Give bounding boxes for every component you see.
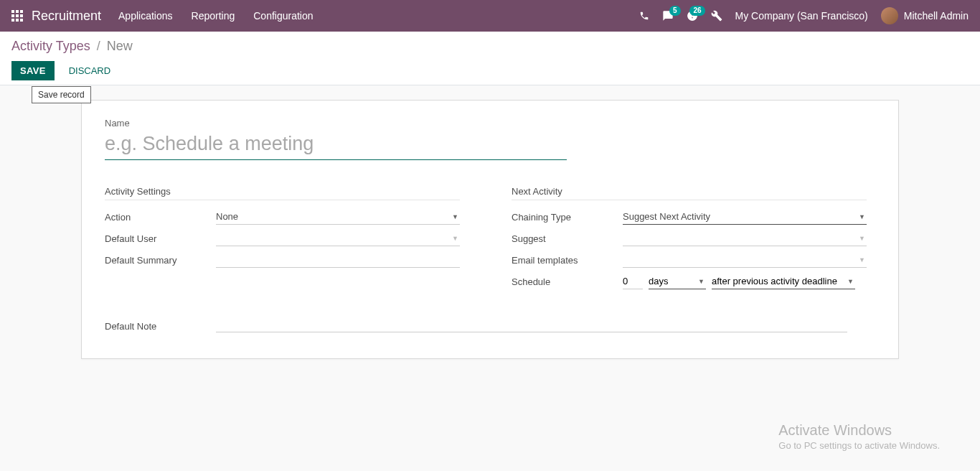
save-tooltip: Save record <box>32 86 91 103</box>
breadcrumb-current: New <box>107 39 133 53</box>
default-note-label: Default Note <box>105 318 216 332</box>
company-switcher[interactable]: My Company (San Francisco) <box>735 10 868 22</box>
email-templates-label: Email templates <box>512 255 623 266</box>
activities-icon[interactable]: 26 <box>687 10 698 22</box>
svg-rect-7 <box>16 19 19 22</box>
svg-rect-5 <box>20 14 23 17</box>
breadcrumb-root[interactable]: Activity Types <box>11 39 90 53</box>
activities-badge: 26 <box>689 6 705 16</box>
default-user-select[interactable] <box>216 230 460 246</box>
default-note-editor[interactable] <box>216 318 847 332</box>
svg-rect-1 <box>16 10 19 13</box>
avatar <box>881 7 898 24</box>
action-label: Action <box>105 212 216 223</box>
breadcrumb: Activity Types / New <box>11 39 969 54</box>
default-summary-label: Default Summary <box>105 255 216 266</box>
debug-icon[interactable] <box>711 10 722 22</box>
user-menu[interactable]: Mitchell Admin <box>881 7 969 24</box>
name-input[interactable] <box>105 131 567 160</box>
schedule-label: Schedule <box>512 276 623 287</box>
nav-applications[interactable]: Applications <box>118 10 173 22</box>
group-next-activity-title: Next Activity <box>512 186 867 200</box>
schedule-unit-select[interactable] <box>649 274 706 289</box>
apps-icon[interactable] <box>11 10 23 22</box>
messages-badge: 5 <box>669 6 681 16</box>
default-user-label: Default User <box>105 233 216 244</box>
schedule-number-input[interactable] <box>623 274 643 289</box>
suggest-label: Suggest <box>512 233 623 244</box>
breadcrumb-sep: / <box>97 39 100 53</box>
watermark-title: Activate Windows <box>778 422 940 439</box>
svg-rect-2 <box>20 10 23 13</box>
windows-watermark: Activate Windows Go to PC settings to ac… <box>778 422 940 451</box>
action-select[interactable] <box>216 209 460 225</box>
user-name: Mitchell Admin <box>904 10 969 22</box>
name-label: Name <box>105 118 875 129</box>
discard-button[interactable]: DISCARD <box>62 61 118 80</box>
app-name[interactable]: Recruitment <box>32 9 101 24</box>
svg-rect-4 <box>16 14 19 17</box>
phone-icon[interactable] <box>639 11 649 21</box>
email-templates-select[interactable] <box>623 252 867 268</box>
chaining-type-select[interactable] <box>623 209 867 225</box>
chaining-type-label: Chaining Type <box>512 212 623 223</box>
suggest-select[interactable] <box>623 230 867 246</box>
svg-rect-6 <box>11 19 14 22</box>
svg-rect-3 <box>11 14 14 17</box>
svg-rect-0 <box>11 10 14 13</box>
svg-rect-8 <box>20 19 23 22</box>
schedule-from-select[interactable] <box>712 274 855 289</box>
nav-reporting[interactable]: Reporting <box>192 10 235 22</box>
messages-icon[interactable]: 5 <box>662 10 674 22</box>
group-activity-settings-title: Activity Settings <box>105 186 460 200</box>
default-summary-input[interactable] <box>216 252 460 268</box>
watermark-sub: Go to PC settings to activate Windows. <box>778 440 940 451</box>
nav-configuration[interactable]: Configuration <box>253 10 313 22</box>
save-button[interactable]: SAVE <box>11 61 55 80</box>
